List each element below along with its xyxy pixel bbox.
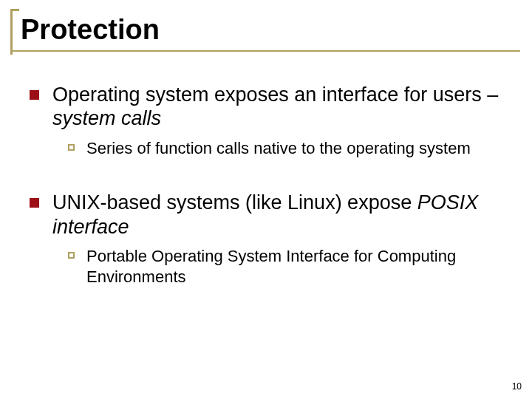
slide: Protection Operating system exposes an i… <box>0 0 532 399</box>
bullet-level2: Portable Operating System Interface for … <box>68 246 502 287</box>
slide-title: Protection <box>10 11 520 50</box>
sub-bullet-text: Portable Operating System Interface for … <box>86 246 502 287</box>
slide-body: Operating system exposes an interface fo… <box>30 83 502 304</box>
spacer <box>30 176 502 191</box>
page-number: 10 <box>512 381 522 392</box>
title-accent-left <box>10 9 13 55</box>
sub-bullet-text: Series of function calls native to the o… <box>86 138 471 159</box>
square-bullet-icon <box>30 198 39 208</box>
title-block: Protection <box>10 9 520 52</box>
title-underline <box>10 50 520 52</box>
bullet-level2: Series of function calls native to the o… <box>68 138 502 159</box>
bullet-level1: UNIX-based systems (like Linux) expose P… <box>30 191 502 239</box>
bullet-text: UNIX-based systems (like Linux) expose P… <box>52 191 502 239</box>
bullet-text-emphasis: system calls <box>52 107 161 129</box>
bullet-text-plain: Operating system exposes an interface fo… <box>52 83 498 106</box>
hollow-square-bullet-icon <box>68 144 75 151</box>
bullet-text: Operating system exposes an interface fo… <box>52 83 502 131</box>
square-bullet-icon <box>30 90 39 100</box>
bullet-text-plain: UNIX-based systems (like Linux) expose <box>52 191 417 214</box>
hollow-square-bullet-icon <box>68 252 75 259</box>
bullet-level1: Operating system exposes an interface fo… <box>30 83 502 131</box>
